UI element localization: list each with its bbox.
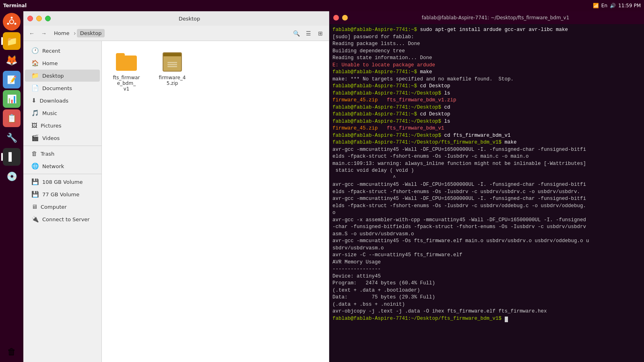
fm-minimize-button[interactable] <box>36 16 42 21</box>
file-item-zip[interactable]: firmware_45.zip <box>154 47 190 95</box>
sidebar-item-trash[interactable]: 🗑 Trash <box>25 148 100 160</box>
dock-files[interactable]: 📁 <box>3 32 21 50</box>
terminal-line: avr-objcopy -j .text -j .data -O ihex ft… <box>332 308 641 315</box>
sidebar-item-videos[interactable]: 🎬 Videos <box>25 132 100 144</box>
terminal-prompt: fablab@fablab-Aspire-7741:~$ <box>332 27 420 33</box>
term-minimize-button[interactable] <box>342 15 348 21</box>
sidebar-item-pictures[interactable]: 🖼 Pictures <box>25 119 100 132</box>
top-bar-left: Terminal <box>3 3 27 8</box>
volume2-icon: 💾 <box>31 191 39 198</box>
dock-disk[interactable]: 💿 <box>3 167 21 185</box>
dock-impress[interactable]: 📋 <box>3 109 21 127</box>
file-item-folder[interactable]: fts_firmware_bdm_v1 <box>108 47 144 95</box>
terminal-line: avr-gcc -x assembler-with-cpp -mmcu=atti… <box>332 217 641 224</box>
terminal-line: (.text + .data + .bootloader) <box>332 287 641 294</box>
terminal-line: elds -fpack-struct -fshort-enums -Os -Iu… <box>332 153 641 160</box>
dock: 📁 🦊 📝 📊 📋 🔧 ▌ 💿 <box>0 11 23 362</box>
fm-title: Desktop <box>54 16 325 22</box>
fm-body: 🕐 Recent 🏠 Home 📁 Desktop 📄 Documents ⬇ <box>23 41 329 362</box>
terminal-line: [sudo] password for fablab: <box>332 34 641 41</box>
terminal-line: E: Unable to locate package ardude <box>332 62 641 69</box>
fm-toolbar-right: 🔍 ☰ ⊞ <box>291 28 326 39</box>
term-title: fablab@fablab-Aspire-7741: ~/Desktop/fts… <box>351 15 640 21</box>
terminal-line: avr-gcc -mmcu=attiny45 -Wall -DF_CPU=165… <box>332 181 641 189</box>
terminal-line: firmware_45.zip fts_firmware_bdm_v1.zip <box>332 97 641 104</box>
music-icon: 🎵 <box>31 109 39 117</box>
terminal-line: ^ <box>332 175 641 182</box>
sidebar-item-desktop[interactable]: 📁 Desktop <box>25 70 100 82</box>
terminal-line: fablab@fablab-Aspire-7741:~/Desktop$ ls <box>332 90 641 97</box>
terminal-prompt: fablab@fablab-Aspire-7741:~/Desktop$ <box>332 90 444 96</box>
fm-list-view-button[interactable]: ☰ <box>303 28 314 39</box>
fm-maximize-button[interactable] <box>45 16 51 21</box>
terminal-line: asm.S -o usbdrv/usbdrvasm.o <box>332 231 641 238</box>
terminal-line: Building dependency tree <box>332 48 641 55</box>
fm-titlebar: Desktop <box>23 11 329 26</box>
fm-grid-view-button[interactable]: ⊞ <box>315 28 326 39</box>
dock-firefox[interactable]: 🦊 <box>3 51 21 69</box>
sidebar-item-connect[interactable]: 🔌 Connect to Server <box>25 213 100 225</box>
sidebar-item-downloads[interactable]: ⬇ Downloads <box>25 95 100 107</box>
fm-breadcrumb-home[interactable]: Home <box>51 29 72 37</box>
terminal-line: Data: 75 bytes (29.3% Full) <box>332 294 641 301</box>
terminal-line: avr-gcc -mmcu=attiny45 -Wall -DF_CPU=165… <box>332 195 641 203</box>
fm-search-button[interactable]: 🔍 <box>291 28 301 39</box>
sidebar-label-volume2: 77 GB Volume <box>42 191 79 197</box>
dock-tools[interactable]: 🔧 <box>3 129 21 146</box>
sidebar-label-home: Home <box>42 60 58 66</box>
zip-file-icon <box>161 51 184 73</box>
terminal-prompt: fablab@fablab-Aspire-7741:~$ <box>332 111 420 117</box>
sidebar-item-volume1[interactable]: 💾 108 GB Volume <box>25 176 100 188</box>
top-bar-title: Terminal <box>3 3 27 8</box>
sidebar-item-home[interactable]: 🏠 Home <box>25 57 100 69</box>
home-icon: 🏠 <box>31 60 39 67</box>
terminal-prompt: fablab@fablab-Aspire-7741:~/Desktop/fts_… <box>332 140 505 145</box>
main-area: 📁 🦊 📝 📊 📋 🔧 ▌ 💿 <box>0 11 644 362</box>
dock-trash[interactable]: 🗑 <box>3 343 21 360</box>
fm-close-button[interactable] <box>27 16 33 21</box>
dock-writer[interactable]: 📝 <box>3 71 21 88</box>
term-close-button[interactable] <box>333 15 339 21</box>
terminal-prompt: fablab@fablab-Aspire-7741:~$ <box>332 69 420 75</box>
file-manager: Desktop ← → Home › Desktop 🔍 ☰ ⊞ 🕐 Re <box>23 11 329 362</box>
svg-point-4 <box>7 23 9 25</box>
dock-calc[interactable]: 📊 <box>3 90 21 108</box>
sidebar-label-volume1: 108 GB Volume <box>42 179 83 185</box>
sidebar-label-videos: Videos <box>42 135 60 141</box>
documents-icon: 📄 <box>31 84 39 92</box>
sidebar-item-volume2[interactable]: 💾 77 GB Volume <box>25 188 100 200</box>
trash-icon: 🗑 <box>31 150 37 157</box>
terminal-line: fablab@fablab-Aspire-7741:~$ cd Desktop <box>332 111 641 118</box>
folder-name: fts_firmware_bdm_v1 <box>111 75 141 92</box>
fm-forward-button[interactable]: → <box>39 28 49 39</box>
sidebar-label-pictures: Pictures <box>41 123 61 129</box>
terminal-line: elds -fpack-struct -fshort-enums -Os -Iu… <box>332 189 641 196</box>
term-titlebar: fablab@fablab-Aspire-7741: ~/Desktop/fts… <box>329 11 644 24</box>
pictures-icon: 🖼 <box>31 122 37 129</box>
fm-breadcrumb-desktop[interactable]: Desktop <box>77 29 105 37</box>
dock-terminal[interactable]: ▌ <box>3 148 21 166</box>
terminal-line: make: *** No targets specified and no ma… <box>332 76 641 83</box>
dock-ubuntu[interactable] <box>3 13 21 31</box>
sidebar-label-desktop: Desktop <box>42 73 64 79</box>
fm-content: fts_firmware_bdm_v1 <box>102 41 329 362</box>
fm-back-button[interactable]: ← <box>27 28 37 39</box>
sidebar-label-trash: Trash <box>41 151 54 157</box>
svg-point-3 <box>14 23 17 25</box>
sidebar-item-network[interactable]: 🌐 Network <box>25 160 100 172</box>
sidebar-item-documents[interactable]: 📄 Documents <box>25 82 100 94</box>
sidebar-item-recent[interactable]: 🕐 Recent <box>25 45 100 57</box>
term-body[interactable]: fablab@fablab-Aspire-7741:~$ sudo apt-ge… <box>329 24 644 362</box>
terminal-line: avr-gcc -mmcu=attiny45 -Wall -DF_CPU=165… <box>332 146 641 154</box>
terminal-line: fablab@fablab-Aspire-7741:~/Desktop/fts_… <box>332 315 641 323</box>
sidebar-item-music[interactable]: 🎵 Music <box>25 107 100 119</box>
terminal-line: fablab@fablab-Aspire-7741:~$ cd Desktop <box>332 83 641 90</box>
terminal-line: fablab@fablab-Aspire-7741:~$ sudo apt-ge… <box>332 27 641 34</box>
terminal-line: (.data + .bss + .noinit) <box>332 301 641 309</box>
terminal-prompt: fablab@fablab-Aspire-7741:~$ <box>332 83 420 89</box>
terminal-line: AVR Memory Usage <box>332 259 641 266</box>
terminal-line: ---------------- <box>332 266 641 273</box>
sidebar-label-music: Music <box>42 110 57 116</box>
sidebar-item-computer[interactable]: 🖥 Computer <box>25 201 100 213</box>
sidebar-label-downloads: Downloads <box>40 98 68 104</box>
